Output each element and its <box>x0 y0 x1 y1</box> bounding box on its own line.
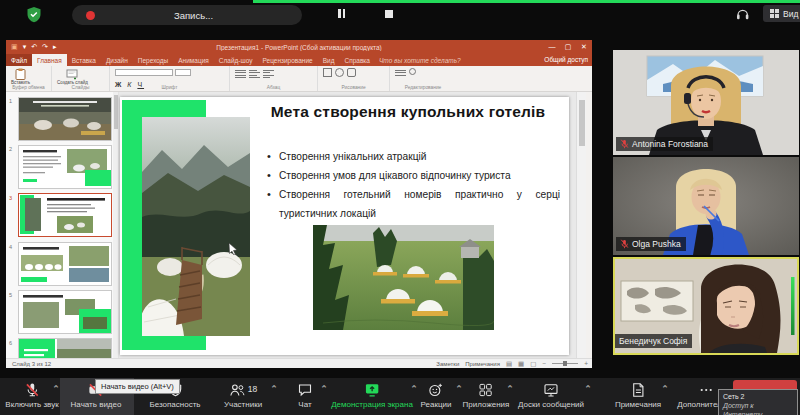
audio-level-indicator <box>791 277 795 335</box>
slide-editing-area: Мета створення купольних готелів Створен… <box>119 92 576 358</box>
shape-button[interactable] <box>347 68 356 77</box>
mouse-cursor <box>228 243 238 255</box>
undo-icon[interactable]: ↶ <box>31 40 37 54</box>
participants-options-chevron[interactable]: ⌃ <box>270 384 278 394</box>
tab-view[interactable]: Вид <box>318 54 340 66</box>
participants-button[interactable]: 18 Участники <box>224 382 262 409</box>
apps-icon <box>478 382 494 398</box>
slide-thumbnail-4[interactable] <box>18 242 112 286</box>
slide-indicator: Слайд 3 из 12 <box>6 361 51 367</box>
participants-icon <box>229 382 246 398</box>
indent-button[interactable] <box>263 68 274 80</box>
slideshow-icon[interactable]: ▸ <box>53 40 57 54</box>
slide-thumbnail-5[interactable] <box>18 290 112 334</box>
participant-tile-olga[interactable]: Olga Pushka <box>613 157 799 255</box>
view-button[interactable]: Вид <box>763 5 800 22</box>
headset-audio-icon[interactable] <box>735 6 750 22</box>
normal-view-icon[interactable]: ▤ <box>506 360 512 368</box>
start-video-tooltip: Начать видео (Alt+V) <box>95 379 180 394</box>
zoom-in-icon[interactable]: + <box>584 360 588 367</box>
slide-bullet: Створення унікальних атракцій <box>266 147 560 166</box>
tab-home[interactable]: Главная <box>32 54 67 66</box>
notes-button[interactable]: Примечания <box>615 382 661 409</box>
slide-sorter-icon[interactable]: ▦ <box>518 360 524 368</box>
tab-help[interactable]: Справка <box>339 54 375 66</box>
slide-thumbnail-1[interactable] <box>18 97 112 141</box>
tab-insert[interactable]: Вставка <box>67 54 101 66</box>
participant-nametag: Antonina Forostiana <box>616 137 713 151</box>
participants-count-badge: 18 <box>248 384 257 394</box>
slide-1-thumbnail-art <box>19 98 111 140</box>
reading-view-icon[interactable]: ▢ <box>530 360 536 368</box>
audio-options-chevron[interactable]: ⌃ <box>52 384 60 394</box>
pause-recording-button[interactable] <box>338 9 345 18</box>
tab-slideshow[interactable]: Слайд-шоу <box>214 54 258 66</box>
share-screen-button[interactable]: Демонстрация экрана <box>331 382 413 409</box>
align-button[interactable] <box>249 68 260 80</box>
share-options-chevron[interactable]: ⌃ <box>410 384 418 394</box>
ppt-share-button[interactable]: Общий доступ <box>544 56 588 63</box>
network-name: Сеть 2 <box>723 392 793 401</box>
participant-tile-antonina[interactable]: Antonina Forostiana <box>613 50 799 155</box>
rectangle-shape-button[interactable] <box>323 68 332 77</box>
zoom-slider[interactable] <box>552 363 578 364</box>
slide-photo-dome-camp[interactable] <box>313 225 494 330</box>
participant-name: Olga Pushka <box>632 239 681 249</box>
close-icon[interactable]: ✕ <box>576 40 592 54</box>
unmute-button[interactable]: Включить звук <box>5 382 58 409</box>
tab-file[interactable]: Файл <box>6 54 32 66</box>
replace-button[interactable] <box>409 68 416 75</box>
view-label: Вид <box>783 9 798 19</box>
chat-button[interactable]: Чат <box>297 382 313 409</box>
slide-area-scrollbar[interactable] <box>576 92 586 358</box>
recording-dot-icon <box>86 11 95 20</box>
bullet-list-button[interactable] <box>235 68 246 80</box>
tab-review[interactable]: Рецензирование <box>257 54 317 66</box>
new-slide-button[interactable]: Создать слайд <box>57 68 88 85</box>
ribbon-group-paragraph: Абзац <box>230 66 318 91</box>
whiteboard-icon <box>543 382 559 398</box>
font-size-box[interactable] <box>175 69 191 76</box>
whiteboards-button[interactable]: Доски сообщений <box>518 382 584 409</box>
tab-animations[interactable]: Анимация <box>173 54 214 66</box>
ellipse-shape-button[interactable] <box>335 68 344 77</box>
participant-tile-sofia-active-speaker[interactable]: Бенедичук Софія <box>613 257 799 355</box>
reactions-smiley-icon <box>428 382 444 398</box>
minimize-icon[interactable]: — <box>544 40 560 54</box>
whiteboards-options-chevron[interactable]: ⌃ <box>584 384 592 394</box>
slide-photo-mountain-domes[interactable] <box>142 117 250 336</box>
save-icon[interactable]: ▾ <box>23 40 27 54</box>
paste-button[interactable]: Вставить <box>11 68 30 85</box>
encryption-shield-icon[interactable] <box>26 6 42 24</box>
share-screen-icon <box>364 382 380 398</box>
thumb-number: 5 <box>9 292 12 298</box>
slide-thumbnail-3-selected[interactable] <box>18 193 112 237</box>
tab-design[interactable]: Дизайн <box>101 54 133 66</box>
stop-recording-button[interactable] <box>385 10 393 18</box>
font-name-box[interactable] <box>115 69 173 76</box>
apps-button[interactable]: Приложения <box>463 382 510 409</box>
tell-me-search[interactable]: Что вы хотите сделать? <box>375 54 465 66</box>
slide-title[interactable]: Мета створення купольних готелів <box>253 103 563 121</box>
notes-options-chevron[interactable]: ⌃ <box>661 384 669 394</box>
ppt-ribbon-tabs: Файл Главная Вставка Дизайн Переходы Ани… <box>6 54 592 66</box>
comments-toggle[interactable]: Примечания <box>465 361 500 367</box>
notes-toggle[interactable]: Заметки <box>436 361 459 367</box>
powerpoint-window: ▣ ▾ ↶ ↷ ▸ Презентация1 - PowerPoint (Сбо… <box>6 40 592 368</box>
apps-options-chevron[interactable]: ⌃ <box>506 384 514 394</box>
chat-options-chevron[interactable]: ⌃ <box>320 384 328 394</box>
redo-icon[interactable]: ↷ <box>42 40 48 54</box>
find-button[interactable] <box>395 68 406 77</box>
maximize-icon[interactable]: ▢ <box>560 40 576 54</box>
slide-bullet-list[interactable]: Створення унікальних атракцій Створення … <box>266 147 560 223</box>
ribbon-group-slides: Создать слайд Слайды <box>52 66 110 91</box>
reactions-button[interactable]: Реакции <box>421 382 452 409</box>
slide-2-thumbnail-art <box>19 146 111 188</box>
slide-thumbnail-6[interactable] <box>18 338 112 358</box>
zoom-meeting-window: Запись... Вид ▣ ▾ ↶ ↷ ▸ Презентация1 - P… <box>0 0 800 415</box>
slide-6-thumbnail-art <box>19 339 111 358</box>
mic-muted-icon <box>620 139 629 149</box>
slide-thumbnail-2[interactable] <box>18 145 112 189</box>
tab-transitions[interactable]: Переходы <box>133 54 174 66</box>
zoom-out-icon[interactable]: − <box>542 360 546 367</box>
